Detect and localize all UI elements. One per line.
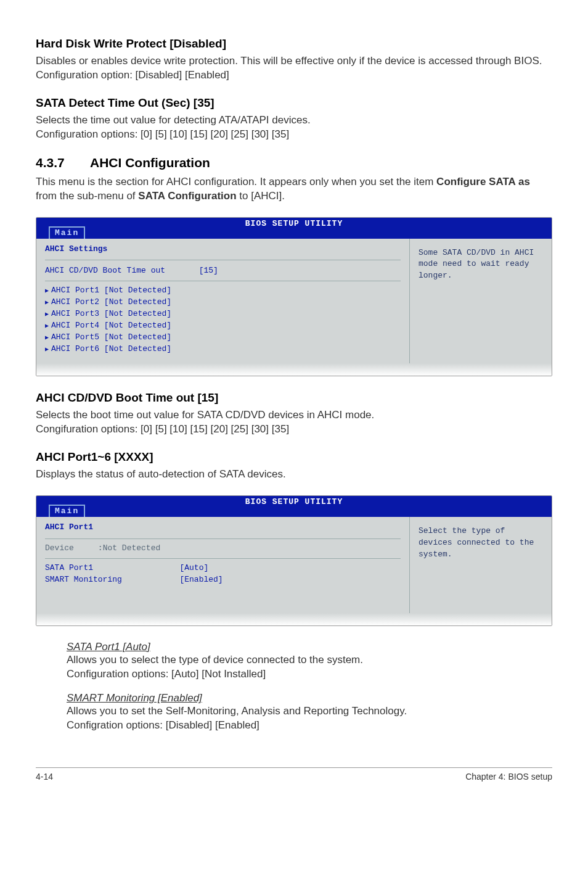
heading-ahci-config: 4.3.7AHCI Configuration [36, 155, 552, 170]
text-line: Selects the time out value for detecting… [36, 114, 311, 126]
bios-title: BIOS SETUP UTILITY [245, 497, 343, 506]
text-line: Configuration options: [0] [5] [10] [15]… [36, 128, 289, 140]
bios-row-port3[interactable]: AHCI Port3 [Not Detected] [45, 308, 401, 320]
text-fragment: to [AHCI]. [237, 190, 285, 202]
chapter-label: Chapter 4: BIOS setup [465, 772, 552, 782]
bios-titlebar: BIOS SETUP UTILITY Main [36, 496, 552, 517]
bios-help-text: Some SATA CD/DVD in AHCI mode need to wa… [419, 247, 543, 283]
bios-help-text: Select the type of devices connected to … [419, 526, 543, 561]
para-ahci-port: Displays the status of auto-detection of… [36, 468, 552, 482]
heading-ahci-port: AHCI Port1~6 [XXXX] [36, 450, 552, 464]
option-heading: SATA Port1 [Auto] [67, 641, 552, 653]
page-number: 4-14 [36, 772, 53, 782]
text-line: Configration options: [Disabled] [Enable… [67, 719, 552, 733]
bios-row-boot-time[interactable]: AHCI CD/DVD Boot Time out [15] [45, 265, 401, 277]
bios-value: [Auto] [179, 563, 208, 572]
bios-panel-ahci-settings: BIOS SETUP UTILITY Main AHCI Settings AH… [36, 217, 552, 377]
bios-tab-main[interactable]: Main [49, 505, 85, 517]
text-line: Allows you to select the type of device … [67, 653, 552, 667]
bios-left-pane: AHCI Port1 Device :Not Detected SATA Por… [36, 517, 410, 613]
bios-value: [Enabled] [179, 575, 223, 584]
page-footer: 4-14 Chapter 4: BIOS setup [36, 767, 552, 782]
text-fragment: This menu is the section for AHCI config… [36, 176, 436, 188]
option-heading: SMART Monitoring [Enabled] [67, 692, 552, 704]
section-number: 4.3.7 [36, 155, 90, 170]
heading-sata-detect: SATA Detect Time Out (Sec) [35] [36, 96, 552, 110]
option-desc-sata-port1: SATA Port1 [Auto] Allows you to select t… [67, 641, 552, 682]
bios-label: SMART Monitoring [45, 575, 122, 584]
bios-label: AHCI CD/DVD Boot Time out [45, 266, 165, 275]
bios-help-pane: Some SATA CD/DVD in AHCI mode need to wa… [410, 239, 552, 364]
text-line: Allows you to set the Self-Monitoring, A… [67, 704, 552, 719]
bios-row-port2[interactable]: AHCI Port2 [Not Detected] [45, 297, 401, 308]
text-line: Congifuration options: [0] [5] [10] [15]… [36, 423, 289, 435]
text-line: Configuration options: [Auto] [Not Insta… [67, 667, 552, 682]
heading-hdwp: Hard Disk Write Protect [Disabled] [36, 37, 552, 51]
heading-ahci-boot: AHCI CD/DVD Boot Time out [15] [36, 391, 552, 405]
bios-row-port5[interactable]: AHCI Port5 [Not Detected] [45, 332, 401, 344]
para-ahci-boot: Selects the boot time out value for SATA… [36, 408, 552, 437]
bios-section-title: AHCI Port1 [45, 522, 401, 534]
text-fragment: from the sub-menu of [36, 190, 138, 202]
bios-row-smart[interactable]: SMART Monitoring [Enabled] [45, 574, 401, 586]
bios-label: Device [45, 543, 74, 553]
para-sata-detect: Selects the time out value for detecting… [36, 113, 552, 142]
bios-row-port4[interactable]: AHCI Port4 [Not Detected] [45, 320, 401, 332]
bios-value: :Not Detected [98, 543, 160, 553]
bios-panel-ahci-port1: BIOS SETUP UTILITY Main AHCI Port1 Devic… [36, 495, 552, 625]
option-desc-smart: SMART Monitoring [Enabled] Allows you to… [67, 692, 552, 733]
bios-section-title: AHCI Settings [45, 244, 401, 255]
bios-title: BIOS SETUP UTILITY [245, 219, 343, 228]
bios-row-device: Device :Not Detected [45, 543, 401, 555]
para-ahci-intro: This menu is the section for AHCI config… [36, 175, 552, 204]
bios-tab-main[interactable]: Main [49, 226, 85, 239]
text-bold: Configure SATA as [436, 176, 530, 188]
bios-label: SATA Port1 [45, 563, 93, 572]
bios-row-sata-port[interactable]: SATA Port1 [Auto] [45, 563, 401, 574]
bios-titlebar: BIOS SETUP UTILITY Main [36, 218, 552, 239]
para-hdwp: Disables or enables device write protect… [36, 54, 552, 83]
bios-row-port6[interactable]: AHCI Port6 [Not Detected] [45, 344, 401, 355]
section-title: AHCI Configuration [90, 155, 210, 170]
bios-row-port1[interactable]: AHCI Port1 [Not Detected] [45, 285, 401, 297]
text-bold: SATA Configuration [138, 190, 236, 202]
bios-left-pane: AHCI Settings AHCI CD/DVD Boot Time out … [36, 239, 410, 364]
bios-help-pane: Select the type of devices connected to … [410, 517, 552, 613]
bios-value: [15] [199, 266, 218, 275]
text-line: Selects the boot time out value for SATA… [36, 409, 374, 421]
